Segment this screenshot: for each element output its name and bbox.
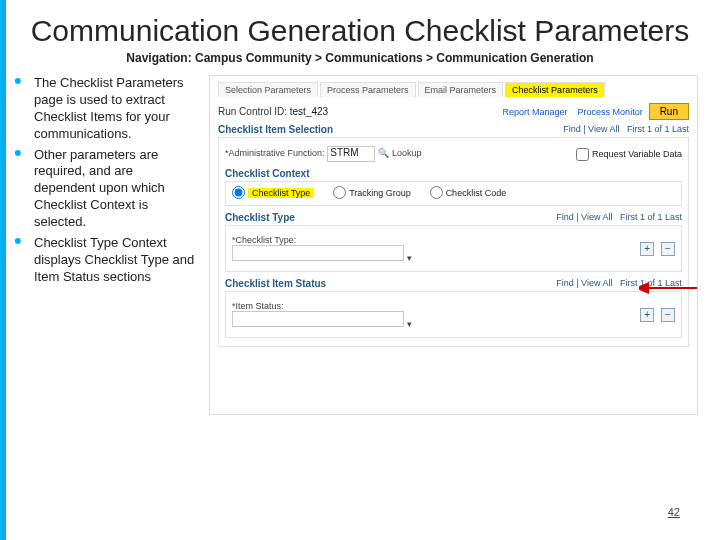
request-variable-data-input[interactable] <box>576 148 589 161</box>
checklist-context-header: Checklist Context <box>225 168 682 179</box>
bullet-item: The Checklist Parameters page is used to… <box>22 75 197 143</box>
grid-nav-2[interactable]: First 1 of 1 Last <box>620 212 682 222</box>
run-control-value: test_423 <box>290 106 328 117</box>
dropdown-icon[interactable]: ▾ <box>407 253 412 263</box>
lookup-hint: Lookup <box>392 148 422 158</box>
breadcrumb: Navigation: Campus Community > Communica… <box>22 51 698 65</box>
checklist-context-panel: Checklist Type Tracking Group Checklist … <box>225 181 682 206</box>
item-status-field[interactable] <box>232 311 404 327</box>
grid-nav[interactable]: First 1 of 1 Last <box>627 124 689 134</box>
tab-strip: Selection Parameters Process Parameters … <box>218 82 689 97</box>
find-viewall-3[interactable]: Find | View All <box>556 278 612 288</box>
radio-checklist-code-input[interactable] <box>430 186 443 199</box>
item-status-field-label: *Item Status: <box>232 301 284 311</box>
radio-checklist-type-label: Checklist Type <box>248 188 314 198</box>
process-monitor-link[interactable]: Process Monitor <box>578 107 643 117</box>
radio-checklist-code[interactable]: Checklist Code <box>430 186 507 199</box>
request-variable-data-label: Request Variable Data <box>592 149 682 159</box>
app-screenshot: Selection Parameters Process Parameters … <box>209 75 698 415</box>
dropdown-icon-2[interactable]: ▾ <box>407 319 412 329</box>
checklist-type-field-label: *Checklist Type: <box>232 235 296 245</box>
checklist-item-status-header: Checklist Item Status <box>225 278 326 289</box>
admin-function-field[interactable]: STRM <box>327 146 375 162</box>
run-control-label: Run Control ID: <box>218 106 287 117</box>
find-viewall[interactable]: Find | View All <box>563 124 619 134</box>
radio-tracking-group-label: Tracking Group <box>349 188 411 198</box>
tab-email-parameters[interactable]: Email Parameters <box>418 82 504 97</box>
admin-function-label: *Administrative Function: <box>225 148 325 158</box>
add-row-button-2[interactable]: + <box>640 308 654 322</box>
bullet-list: The Checklist Parameters page is used to… <box>22 75 197 415</box>
radio-checklist-code-label: Checklist Code <box>446 188 507 198</box>
report-manager-link[interactable]: Report Manager <box>503 107 568 117</box>
request-variable-data-checkbox[interactable]: Request Variable Data <box>576 148 682 161</box>
tab-checklist-parameters[interactable]: Checklist Parameters <box>505 82 605 97</box>
delete-row-button[interactable]: − <box>661 242 675 256</box>
find-viewall-2[interactable]: Find | View All <box>556 212 612 222</box>
checklist-type-panel: *Checklist Type: ▾ + − <box>225 225 682 272</box>
add-row-button[interactable]: + <box>640 242 654 256</box>
checklist-type-field[interactable] <box>232 245 404 261</box>
delete-row-button-2[interactable]: − <box>661 308 675 322</box>
radio-checklist-type[interactable]: Checklist Type <box>232 186 314 199</box>
checklist-type-header: Checklist Type <box>225 212 295 223</box>
bullet-item: Other parameters are required, and are d… <box>22 147 197 231</box>
radio-checklist-type-input[interactable] <box>232 186 245 199</box>
highlight-arrow-icon <box>639 278 699 298</box>
checklist-item-selection-header: Checklist Item Selection <box>218 124 333 135</box>
checklist-item-status-panel: *Item Status: ▾ + − <box>225 291 682 338</box>
run-button[interactable]: Run <box>649 103 689 120</box>
bullet-item: Checklist Type Context displays Checklis… <box>22 235 197 286</box>
page-title: Communication Generation Checklist Param… <box>22 14 698 47</box>
radio-tracking-group[interactable]: Tracking Group <box>333 186 411 199</box>
lookup-icon[interactable]: 🔍 <box>378 148 389 158</box>
checklist-item-selection-panel: *Administrative Function: STRM 🔍 Lookup … <box>218 137 689 347</box>
page-number: 42 <box>668 506 680 518</box>
tab-selection-parameters[interactable]: Selection Parameters <box>218 82 318 97</box>
radio-tracking-group-input[interactable] <box>333 186 346 199</box>
tab-process-parameters[interactable]: Process Parameters <box>320 82 416 97</box>
